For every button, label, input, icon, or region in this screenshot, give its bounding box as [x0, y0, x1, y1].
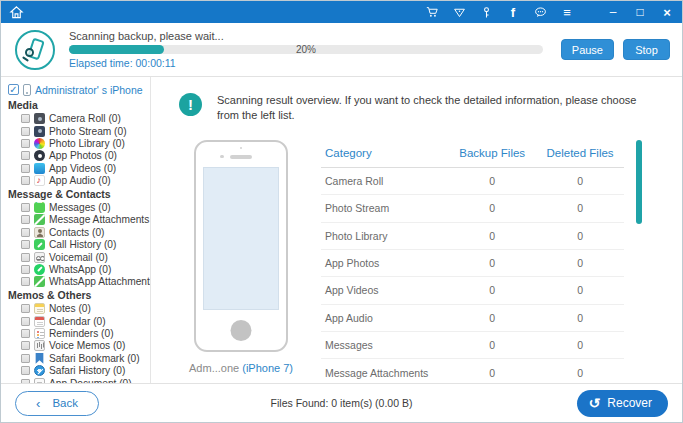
sidebar-item-reminders[interactable]: Reminders (0) [8, 327, 146, 339]
photo-library-checkbox[interactable] [21, 139, 30, 148]
sidebar-item-photo-stream[interactable]: Photo Stream (0) [8, 125, 146, 137]
info-icon: ! [179, 93, 202, 116]
pause-button[interactable]: Pause [561, 39, 614, 60]
sidebar-item-app-photos[interactable]: App Photos (0) [8, 150, 146, 162]
sidebar-item-label: Safari Bookmark (0) [49, 353, 140, 364]
key-icon[interactable] [479, 5, 493, 19]
home-icon[interactable] [9, 5, 24, 20]
safari-history-checkbox[interactable] [21, 366, 30, 375]
cell-category: App Audio [321, 304, 448, 331]
notice-text: Scanning result overview. If you want to… [217, 93, 652, 124]
sidebar-item-app-audio[interactable]: App Audio (0) [8, 174, 146, 186]
sidebar-item-device[interactable]: ✓ Administrator' s iPhone [8, 81, 146, 98]
sidebar-item-label: Calendar (0) [49, 316, 106, 327]
cell-backup-files: 0 [448, 332, 536, 359]
contacts-checkbox[interactable] [21, 228, 30, 237]
app-photos-checkbox[interactable] [21, 151, 30, 160]
cell-backup-files: 0 [448, 195, 536, 222]
overview-table: CategoryBackup FilesDeleted Files Camera… [321, 140, 624, 387]
feedback-icon[interactable] [533, 5, 547, 19]
column-header-category: Category [321, 140, 448, 168]
stop-button[interactable]: Stop [623, 39, 670, 60]
menu-icon[interactable]: ≡ [560, 5, 574, 19]
cell-deleted-files: 0 [536, 277, 624, 304]
message-attachments-icon [34, 214, 45, 225]
messages-checkbox[interactable] [21, 203, 30, 212]
camera-roll-checkbox[interactable] [21, 114, 30, 123]
whatsapp-checkbox[interactable] [21, 265, 30, 274]
sidebar-item-contacts[interactable]: Contacts (0) [8, 226, 146, 238]
sidebar-item-safari-bookmark[interactable]: Safari Bookmark (0) [8, 352, 146, 364]
scan-phone-icon [15, 30, 55, 70]
sidebar-item-message-attachments[interactable]: Message Attachments (0) [8, 214, 146, 226]
safari-bookmark-icon [34, 353, 45, 364]
cell-backup-files: 0 [448, 222, 536, 249]
voice-memos-checkbox[interactable] [21, 341, 30, 350]
table-row-messages: Messages00 [321, 332, 624, 359]
titlebar-actions: f ≡ – □ × [425, 5, 674, 19]
voice-memos-icon [34, 340, 45, 351]
cell-backup-files: 0 [448, 249, 536, 276]
sidebar-item-label: WhatsApp (0) [49, 264, 111, 275]
app-audio-checkbox[interactable] [21, 176, 30, 185]
table-row-photo-stream: Photo Stream00 [321, 195, 624, 222]
sidebar: ✓ Administrator' s iPhone MediaCamera Ro… [1, 77, 151, 385]
sidebar-item-calendar[interactable]: Calendar (0) [8, 315, 146, 327]
cell-deleted-files: 0 [536, 195, 624, 222]
safari-bookmark-checkbox[interactable] [21, 354, 30, 363]
cell-backup-files: 0 [448, 304, 536, 331]
notes-checkbox[interactable] [21, 304, 30, 313]
table-row-app-audio: App Audio00 [321, 304, 624, 331]
voicemail-checkbox[interactable] [21, 253, 30, 262]
message-attachments-checkbox[interactable] [21, 215, 30, 224]
sidebar-item-whatsapp-attachments[interactable]: WhatsApp Attachments (0) [8, 276, 146, 288]
messages-icon [34, 202, 45, 213]
notes-icon [34, 303, 45, 314]
photo-stream-checkbox[interactable] [21, 127, 30, 136]
sidebar-item-whatsapp[interactable]: WhatsApp (0) [8, 263, 146, 275]
calendar-checkbox[interactable] [21, 317, 30, 326]
cell-deleted-files: 0 [536, 222, 624, 249]
phone-home-button [231, 320, 252, 341]
device-caption: Adm...one (iPhone 7) [189, 362, 293, 374]
sidebar-item-messages[interactable]: Messages (0) [8, 201, 146, 213]
sidebar-item-safari-history[interactable]: Safari History (0) [8, 365, 146, 377]
main-panel: ! Scanning result overview. If you want … [151, 77, 682, 385]
sidebar-item-voice-memos[interactable]: Voice Memos (0) [8, 340, 146, 352]
sidebar-item-call-history[interactable]: Call History (0) [8, 239, 146, 251]
cell-category: Messages [321, 332, 448, 359]
sidebar-item-photo-library[interactable]: Photo Library (0) [8, 137, 146, 149]
sidebar-item-voicemail[interactable]: Voicemail (0) [8, 251, 146, 263]
device-checkbox[interactable]: ✓ [8, 84, 19, 95]
sidebar-item-label: Voicemail (0) [49, 252, 108, 263]
sidebar-item-app-videos[interactable]: App Videos (0) [8, 162, 146, 174]
app-videos-icon [34, 163, 45, 174]
progress-bar: 20% [69, 45, 543, 54]
recover-button[interactable]: ↺ Recover [577, 390, 668, 417]
sidebar-item-label: Safari History (0) [49, 365, 125, 376]
back-button[interactable]: ‹ Back [15, 391, 99, 416]
iphone-icon [23, 84, 31, 96]
sidebar-item-label: App Videos (0) [49, 163, 116, 174]
support-icon[interactable] [452, 5, 466, 19]
sidebar-item-label: Messages (0) [49, 202, 111, 213]
call-history-checkbox[interactable] [21, 240, 30, 249]
maximize-icon[interactable]: □ [633, 5, 647, 19]
app-videos-checkbox[interactable] [21, 164, 30, 173]
minimize-icon[interactable]: – [606, 5, 620, 19]
sidebar-item-notes[interactable]: Notes (0) [8, 303, 146, 315]
scan-status-text: Scanning backup, please wait... [69, 30, 543, 42]
facebook-icon[interactable]: f [506, 5, 520, 19]
reminders-checkbox[interactable] [21, 329, 30, 338]
cell-deleted-files: 0 [536, 167, 624, 194]
whatsapp-attachments-checkbox[interactable] [21, 277, 30, 286]
sidebar-section-memos-others: Memos & Others [8, 289, 146, 303]
table-scrollbar[interactable] [636, 140, 642, 224]
device-model-link[interactable]: (iPhone 7) [242, 362, 293, 374]
sidebar-item-label: WhatsApp Attachments (0) [49, 276, 151, 287]
cart-icon[interactable] [425, 5, 439, 19]
cell-backup-files: 0 [448, 167, 536, 194]
progress-block: Scanning backup, please wait... 20% Elap… [69, 30, 543, 69]
sidebar-item-camera-roll[interactable]: Camera Roll (0) [8, 113, 146, 125]
close-icon[interactable]: × [660, 5, 674, 19]
